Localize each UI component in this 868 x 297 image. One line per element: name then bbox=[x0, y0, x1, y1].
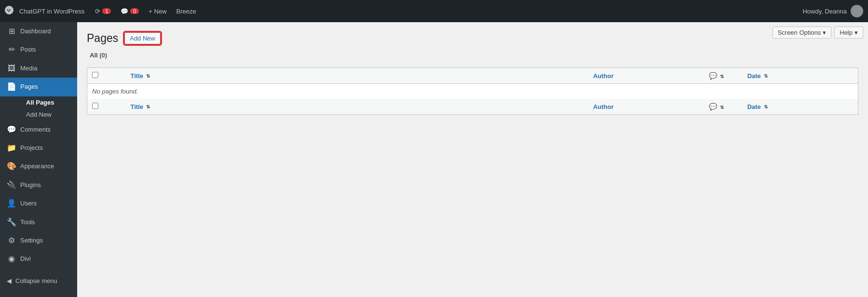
filter-bar: All (0) bbox=[87, 50, 858, 61]
no-pages-message: No pages found. bbox=[92, 88, 138, 95]
date-sort-icon: ⇅ bbox=[764, 73, 768, 79]
sidebar-item-label: Settings bbox=[20, 236, 43, 245]
collapse-menu-button[interactable]: ◀ Collapse menu bbox=[0, 273, 77, 288]
th-comments[interactable]: 💬 ⇅ bbox=[704, 68, 743, 84]
collapse-label: Collapse menu bbox=[15, 277, 57, 284]
appearance-icon: 🎨 bbox=[7, 161, 16, 172]
top-right-buttons: Screen Options ▾ Help ▾ bbox=[773, 27, 863, 39]
new-item[interactable]: + New bbox=[145, 6, 170, 17]
th-checkbox bbox=[87, 68, 126, 84]
tfoot-title[interactable]: Title ⇅ bbox=[125, 99, 588, 115]
screen-options-button[interactable]: Screen Options ▾ bbox=[773, 27, 832, 39]
users-icon: 👤 bbox=[7, 198, 16, 209]
tfoot-comments-icon: 💬 bbox=[709, 103, 717, 110]
site-name[interactable]: ChatGPT in WordPress bbox=[19, 8, 84, 15]
table-body: No pages found. bbox=[87, 84, 858, 99]
comments-icon: 💬 bbox=[121, 8, 128, 15]
media-icon: 🖼 bbox=[7, 63, 16, 74]
main-content: Pages Add New All (0) Title ⇅ bbox=[77, 22, 868, 297]
tfoot-date-label: Date bbox=[747, 103, 761, 110]
tfoot-comments[interactable]: 💬 ⇅ bbox=[704, 99, 743, 115]
screen-options-label: Screen Options bbox=[778, 29, 821, 36]
title-sort-icon: ⇅ bbox=[146, 73, 150, 79]
tfoot-date-sort-icon: ⇅ bbox=[764, 104, 768, 109]
sidebar-item-plugins[interactable]: 🔌 Plugins bbox=[0, 176, 77, 194]
new-label: + New bbox=[149, 8, 166, 15]
filter-all[interactable]: All (0) bbox=[87, 50, 110, 61]
th-title[interactable]: Title ⇅ bbox=[125, 68, 588, 84]
tfoot-date[interactable]: Date ⇅ bbox=[743, 99, 858, 115]
sidebar-item-comments[interactable]: 💬 Comments bbox=[0, 121, 77, 139]
sidebar-item-dashboard[interactable]: ⊞ Dashboard bbox=[0, 22, 77, 40]
table-header-row: Title ⇅ Author 💬 ⇅ Date ⇅ bbox=[87, 68, 858, 84]
help-arrow: ▾ bbox=[854, 29, 858, 36]
screen-options-arrow: ▾ bbox=[823, 29, 826, 36]
tfoot-comments-sort-icon: ⇅ bbox=[720, 105, 724, 110]
sidebar-item-tools[interactable]: 🔧 Tools bbox=[0, 213, 77, 231]
howdy-text: Howdy, Deanna bbox=[802, 8, 847, 15]
sidebar-item-label: Dashboard bbox=[20, 27, 51, 36]
sidebar: ⊞ Dashboard ✏ Posts 🖼 Media 📄 Pages All … bbox=[0, 22, 77, 297]
comments-item[interactable]: 💬 0 bbox=[117, 6, 143, 17]
updates-count: 1 bbox=[102, 8, 111, 14]
sidebar-item-posts[interactable]: ✏ Posts bbox=[0, 40, 77, 59]
add-new-button[interactable]: Add New bbox=[124, 32, 161, 45]
table-footer-row: Title ⇅ Author 💬 ⇅ Date ⇅ bbox=[87, 99, 858, 115]
sidebar-item-projects[interactable]: 📁 Projects bbox=[0, 139, 77, 157]
posts-icon: ✏ bbox=[7, 44, 16, 55]
admin-bar-items: ⟳ 1 💬 0 + New Breeze bbox=[91, 6, 802, 17]
filter-all-label: All bbox=[90, 52, 98, 59]
select-all-checkbox[interactable] bbox=[92, 72, 98, 78]
projects-icon: 📁 bbox=[7, 143, 16, 153]
updates-item[interactable]: ⟳ 1 bbox=[91, 6, 115, 17]
pages-submenu: All Pages Add New bbox=[0, 96, 77, 121]
settings-icon: ⚙ bbox=[7, 235, 16, 246]
sidebar-item-label: Media bbox=[20, 64, 37, 73]
sidebar-sub-all-pages[interactable]: All Pages bbox=[21, 96, 77, 108]
select-all-footer-checkbox[interactable] bbox=[92, 103, 98, 109]
no-pages-cell: No pages found. bbox=[87, 84, 858, 99]
dashboard-icon: ⊞ bbox=[7, 26, 16, 37]
admin-bar-right: Howdy, Deanna bbox=[802, 5, 863, 17]
tfoot-author: Author bbox=[588, 99, 704, 115]
help-label: Help bbox=[840, 29, 853, 36]
pages-table: Title ⇅ Author 💬 ⇅ Date ⇅ bbox=[87, 68, 858, 115]
filter-all-count: (0) bbox=[99, 52, 107, 59]
tfoot-checkbox bbox=[87, 99, 126, 115]
admin-bar: ChatGPT in WordPress ⟳ 1 💬 0 + New Breez… bbox=[0, 0, 868, 22]
sidebar-item-divi[interactable]: ◉ Divi bbox=[0, 250, 77, 268]
updates-icon: ⟳ bbox=[95, 8, 100, 15]
page-header: Pages Add New bbox=[87, 32, 858, 45]
sidebar-item-appearance[interactable]: 🎨 Appearance bbox=[0, 157, 77, 176]
author-label: Author bbox=[593, 72, 614, 80]
pages-icon: 📄 bbox=[7, 81, 16, 92]
sidebar-item-label: Projects bbox=[20, 144, 43, 152]
sidebar-item-pages[interactable]: 📄 Pages bbox=[0, 78, 77, 96]
sidebar-item-media[interactable]: 🖼 Media bbox=[0, 59, 77, 78]
tools-icon: 🔧 bbox=[7, 217, 16, 228]
comments-header-icon: 💬 bbox=[709, 72, 717, 80]
sidebar-item-users[interactable]: 👤 Users bbox=[0, 194, 77, 213]
th-author: Author bbox=[588, 68, 704, 84]
plugins-icon: 🔌 bbox=[7, 180, 16, 190]
collapse-icon: ◀ bbox=[7, 277, 12, 284]
sidebar-item-label: Comments bbox=[20, 125, 51, 134]
sidebar-item-settings[interactable]: ⚙ Settings bbox=[0, 231, 77, 250]
tfoot-title-sort-icon: ⇅ bbox=[146, 104, 150, 109]
sidebar-item-label: Appearance bbox=[20, 162, 54, 171]
help-button[interactable]: Help ▾ bbox=[834, 27, 863, 39]
comments-count: 0 bbox=[130, 8, 139, 14]
title-label: Title bbox=[130, 72, 143, 80]
sidebar-item-label: Pages bbox=[20, 82, 38, 91]
page-title: Pages bbox=[87, 32, 118, 45]
sidebar-sub-add-new[interactable]: Add New bbox=[21, 108, 77, 121]
sidebar-item-label: Divi bbox=[20, 255, 31, 263]
sidebar-item-label: Tools bbox=[20, 218, 35, 227]
avatar bbox=[851, 5, 863, 17]
divi-icon: ◉ bbox=[7, 254, 16, 264]
comments-sort-icon: ⇅ bbox=[720, 74, 724, 79]
wp-logo-icon bbox=[5, 6, 14, 17]
no-pages-row: No pages found. bbox=[87, 84, 858, 99]
th-date[interactable]: Date ⇅ bbox=[743, 68, 858, 84]
breeze-item[interactable]: Breeze bbox=[173, 6, 200, 17]
